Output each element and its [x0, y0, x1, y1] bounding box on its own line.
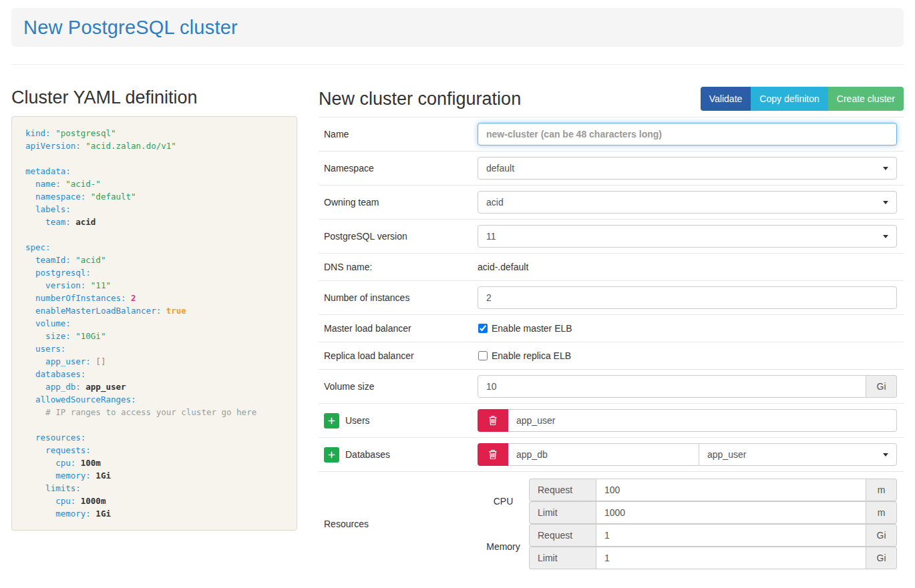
page-header: New PostgreSQL cluster: [11, 8, 904, 47]
user-name-input[interactable]: [508, 409, 897, 432]
namespace-select[interactable]: default: [478, 157, 897, 180]
form-row-volume-size: Volume size Gi: [319, 369, 904, 403]
form-row-databases: Databases: [319, 437, 904, 471]
form-row-name: Name: [319, 117, 904, 151]
volume-unit-addon: Gi: [866, 375, 897, 398]
memory-limit-group: Limit Gi: [529, 547, 897, 569]
instances-input[interactable]: [478, 286, 897, 309]
form-row-namespace: Namespace default: [319, 151, 904, 185]
replica-elb-checkbox-label: Enable replica ELB: [492, 350, 571, 361]
add-database-button[interactable]: [324, 447, 339, 463]
dns-name-label: DNS name:: [319, 262, 478, 272]
form-row-instances: Number of instances: [319, 280, 904, 314]
pg-version-selected-value: 11: [486, 231, 496, 242]
users-label: Users: [345, 415, 370, 426]
config-panel: New cluster configuration Validate Copy …: [319, 87, 904, 577]
header-divider: [11, 64, 904, 65]
cpu-request-unit-addon: m: [866, 479, 897, 501]
replica-elb-checkbox[interactable]: [478, 351, 488, 360]
delete-user-button[interactable]: [478, 409, 508, 432]
replica-lb-label: Replica load balancer: [319, 350, 478, 361]
memory-limit-unit-addon: Gi: [866, 547, 897, 569]
yaml-panel-heading: Cluster YAML definition: [11, 87, 297, 108]
limit-addon: Limit: [529, 501, 596, 524]
database-entry-row: app_user: [478, 443, 897, 466]
resources-label: Resources: [319, 479, 478, 569]
memory-request-unit-addon: Gi: [866, 524, 897, 547]
user-entry-row: [478, 409, 897, 432]
caret-down-icon: [883, 235, 888, 238]
master-lb-label: Master load balancer: [319, 323, 478, 334]
copy-definition-button[interactable]: Copy definiton: [751, 87, 828, 111]
plus-icon: [328, 451, 335, 459]
action-button-group: Validate Copy definiton Create cluster: [701, 87, 904, 111]
request-addon: Request: [529, 479, 596, 501]
yaml-panel: Cluster YAML definition kind: "postgresq…: [11, 87, 297, 531]
memory-limit-input[interactable]: [596, 547, 866, 569]
master-elb-checkbox-label: Enable master ELB: [492, 323, 572, 334]
page: New PostgreSQL cluster Cluster YAML defi…: [0, 8, 915, 577]
plus-icon: [328, 416, 335, 425]
volume-size-label: Volume size: [319, 381, 478, 392]
master-elb-checkbox[interactable]: [478, 324, 488, 333]
form-row-resources: Resources CPU Memory Request m Limit: [319, 471, 904, 577]
caret-down-icon: [883, 453, 888, 457]
form-row-master-lb: Master load balancer Enable master ELB: [319, 314, 904, 342]
volume-size-input[interactable]: [478, 375, 866, 398]
owning-team-label: Owning team: [319, 197, 478, 208]
cluster-name-input[interactable]: [478, 123, 897, 145]
config-panel-heading: New cluster configuration: [319, 88, 521, 109]
page-title: New PostgreSQL cluster: [23, 17, 238, 39]
delete-database-button[interactable]: [478, 443, 508, 466]
dns-name-value: acid-.default: [478, 262, 528, 272]
cluster-yaml-definition: kind: "postgresql"apiVersion: "acid.zala…: [11, 116, 297, 531]
cpu-label: CPU: [478, 479, 529, 524]
pg-version-label: PostgreSQL version: [319, 231, 478, 242]
namespace-selected-value: default: [486, 163, 514, 174]
memory-label: Memory: [478, 524, 529, 569]
trash-icon: [488, 415, 498, 426]
pg-version-select[interactable]: 11: [478, 225, 897, 248]
owning-team-selected-value: acid: [486, 197, 504, 208]
caret-down-icon: [883, 201, 888, 204]
databases-label: Databases: [345, 449, 390, 460]
database-owner-selected-value: app_user: [707, 449, 746, 460]
add-user-button[interactable]: [324, 413, 339, 428]
form-row-users: Users: [319, 403, 904, 437]
form-row-owning-team: Owning team acid: [319, 185, 904, 219]
cpu-limit-input[interactable]: [596, 501, 866, 524]
request-addon: Request: [529, 524, 596, 547]
memory-request-input[interactable]: [596, 524, 866, 547]
form-row-dns-name: DNS name: acid-.default: [319, 253, 904, 280]
cpu-request-group: Request m: [529, 479, 897, 501]
form-row-replica-lb: Replica load balancer Enable replica ELB: [319, 342, 904, 369]
limit-addon: Limit: [529, 547, 596, 569]
trash-icon: [488, 449, 498, 460]
cpu-limit-group: Limit m: [529, 501, 897, 524]
cluster-config-form: Name Namespace default Owning: [319, 117, 904, 577]
caret-down-icon: [883, 167, 888, 170]
validate-button[interactable]: Validate: [701, 87, 751, 111]
cpu-limit-unit-addon: m: [866, 501, 897, 524]
namespace-label: Namespace: [319, 163, 478, 174]
cpu-request-input[interactable]: [596, 479, 866, 501]
database-name-input[interactable]: [508, 443, 699, 466]
form-row-pg-version: PostgreSQL version 11: [319, 219, 904, 253]
create-cluster-button[interactable]: Create cluster: [828, 87, 904, 111]
owning-team-select[interactable]: acid: [478, 191, 897, 214]
database-owner-select[interactable]: app_user: [699, 443, 897, 466]
instances-label: Number of instances: [319, 292, 478, 303]
name-label: Name: [319, 129, 478, 139]
memory-request-group: Request Gi: [529, 524, 897, 547]
